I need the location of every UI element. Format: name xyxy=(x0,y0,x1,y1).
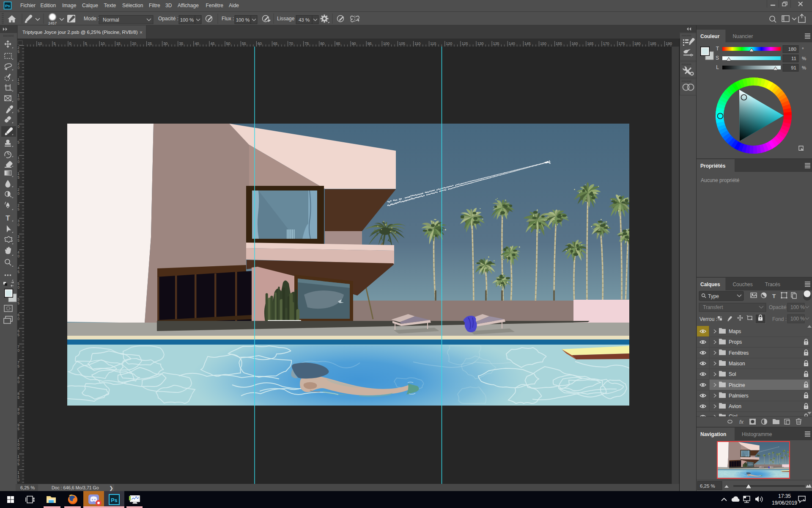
svg-text:Doc : 646,6 Mo/3,71 Go: Doc : 646,6 Mo/3,71 Go xyxy=(52,485,99,490)
svg-text:5: 5 xyxy=(17,462,19,466)
svg-text:43 %: 43 % xyxy=(299,17,310,22)
svg-text:Normal: Normal xyxy=(103,17,119,23)
svg-text:Texte: Texte xyxy=(104,3,116,8)
svg-text:Affichage: Affichage xyxy=(178,3,199,8)
svg-text:5: 5 xyxy=(17,207,19,211)
svg-text:Triptyque Joyce jour 2.psb @ 6: Triptyque Joyce jour 2.psb @ 6,25% (Pisc… xyxy=(22,30,138,35)
svg-text:3D: 3D xyxy=(165,3,172,8)
svg-text:fx: fx xyxy=(739,419,744,425)
svg-text:Avion: Avion xyxy=(729,403,741,409)
svg-text:5: 5 xyxy=(17,175,19,179)
svg-text:5: 5 xyxy=(17,333,19,337)
svg-text:0: 0 xyxy=(17,317,19,321)
svg-text:Aide: Aide xyxy=(229,3,239,8)
svg-text:0: 0 xyxy=(17,191,19,196)
svg-text:Fenêtre: Fenêtre xyxy=(206,3,224,8)
svg-text:0: 0 xyxy=(17,348,19,353)
svg-text:Calques: Calques xyxy=(700,282,720,287)
svg-text:5: 5 xyxy=(17,140,19,144)
svg-text:Mode :: Mode : xyxy=(84,16,99,22)
svg-text:×: × xyxy=(140,30,143,36)
svg-text:Aucune propriété: Aucune propriété xyxy=(701,177,740,183)
svg-text:11: 11 xyxy=(791,56,796,61)
svg-text:Lissage :: Lissage : xyxy=(277,16,297,22)
svg-text:Propriétés: Propriétés xyxy=(700,163,726,169)
svg-text:0: 0 xyxy=(17,254,19,258)
svg-text:180: 180 xyxy=(788,47,796,52)
svg-text:5: 5 xyxy=(17,270,19,274)
svg-text:%: % xyxy=(802,65,806,70)
svg-text:Sélection: Sélection xyxy=(122,3,143,8)
svg-text:❯: ❯ xyxy=(109,485,113,491)
svg-text:0: 0 xyxy=(17,97,19,101)
svg-text:Piscine: Piscine xyxy=(729,382,745,388)
svg-text:Fenêtres: Fenêtres xyxy=(729,350,749,356)
svg-text:0: 0 xyxy=(69,41,71,46)
svg-text:%: % xyxy=(802,56,806,61)
svg-text:Navigation: Navigation xyxy=(700,431,726,437)
svg-text:Ps: Ps xyxy=(5,3,10,8)
svg-text:0: 0 xyxy=(17,380,19,384)
svg-text:Image: Image xyxy=(62,3,77,8)
svg-text:5: 5 xyxy=(17,81,19,86)
svg-text:S: S xyxy=(716,55,719,61)
svg-text:Flux :: Flux : xyxy=(222,16,234,22)
svg-text:100 %: 100 % xyxy=(180,17,194,22)
svg-text:Maison: Maison xyxy=(729,361,745,367)
svg-text:91: 91 xyxy=(791,65,796,70)
svg-text:T: T xyxy=(5,214,10,222)
svg-text:0: 0 xyxy=(17,446,19,450)
svg-text:Histogramme: Histogramme xyxy=(742,431,772,437)
svg-text:Nuancier: Nuancier xyxy=(732,33,753,39)
svg-text:0: 0 xyxy=(17,285,19,290)
svg-text:19/06/2019: 19/06/2019 xyxy=(772,500,797,506)
svg-text:T: T xyxy=(772,293,776,299)
svg-text:Tracés: Tracés xyxy=(765,282,780,287)
svg-text:Props: Props xyxy=(729,339,742,345)
svg-text:Calque: Calque xyxy=(82,3,98,8)
svg-text:2457: 2457 xyxy=(48,21,57,25)
svg-text:100 %: 100 % xyxy=(790,316,805,322)
svg-text:5: 5 xyxy=(17,238,19,243)
svg-text:Couleur: Couleur xyxy=(700,33,720,39)
svg-text:5: 5 xyxy=(53,41,55,46)
svg-text:5: 5 xyxy=(17,427,19,431)
svg-text:5: 5 xyxy=(85,41,87,46)
svg-text:0: 0 xyxy=(17,66,19,70)
svg-text:100 %: 100 % xyxy=(790,304,805,310)
svg-text:100 %: 100 % xyxy=(236,17,250,22)
svg-text:0: 0 xyxy=(17,478,19,482)
svg-text:Filtre: Filtre xyxy=(149,3,160,8)
svg-text:5: 5 xyxy=(17,50,19,54)
svg-text:Opacité :: Opacité : xyxy=(158,16,178,22)
svg-text:0: 0 xyxy=(17,160,19,164)
svg-text:5: 5 xyxy=(17,395,19,400)
svg-text:6,25 %: 6,25 % xyxy=(700,483,715,489)
svg-text:Type: Type xyxy=(708,293,719,299)
svg-text:Maps: Maps xyxy=(729,329,741,334)
svg-text:Sol: Sol xyxy=(729,371,736,377)
svg-text:Fond :: Fond : xyxy=(772,316,787,322)
svg-text:5: 5 xyxy=(17,109,19,113)
svg-text:°: ° xyxy=(802,47,804,52)
svg-text:0: 0 xyxy=(17,124,19,129)
svg-text:0: 0 xyxy=(17,223,19,227)
svg-text:6,25 %: 6,25 % xyxy=(20,485,35,490)
svg-text:T: T xyxy=(716,46,719,52)
svg-text:Fichier: Fichier xyxy=(20,3,36,8)
svg-text:Palmiers: Palmiers xyxy=(729,393,749,399)
svg-text:Verrou :: Verrou : xyxy=(700,316,717,322)
svg-text:Transfert: Transfert xyxy=(703,304,723,310)
svg-text:L: L xyxy=(716,64,719,70)
svg-text:Couches: Couches xyxy=(732,282,752,287)
svg-text:5: 5 xyxy=(17,364,19,368)
svg-text:17:35: 17:35 xyxy=(778,493,791,499)
svg-text:Ps: Ps xyxy=(111,497,117,503)
svg-text:5: 5 xyxy=(17,301,19,305)
svg-text:Opacité :: Opacité : xyxy=(769,304,789,310)
svg-text:Edition: Edition xyxy=(41,3,56,8)
svg-text:0: 0 xyxy=(17,411,19,415)
